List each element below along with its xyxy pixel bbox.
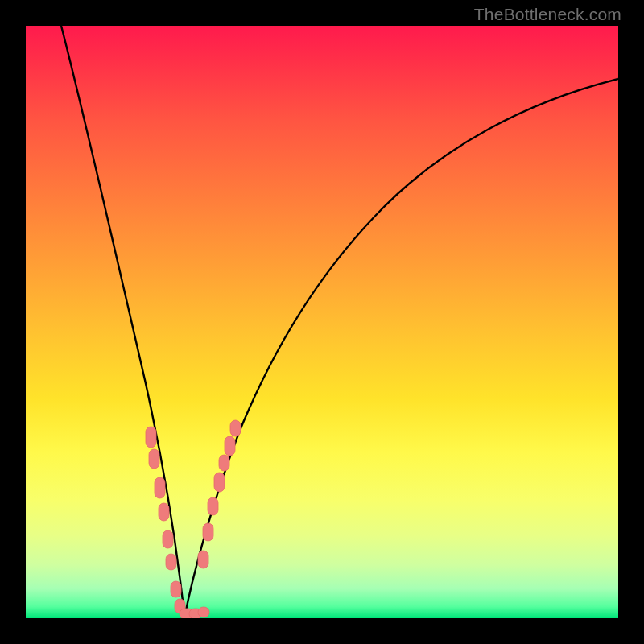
chart-frame: TheBottleneck.com xyxy=(0,0,644,644)
curve-right-branch xyxy=(184,79,618,618)
marker xyxy=(166,554,176,570)
marker xyxy=(203,523,213,541)
marker xyxy=(214,473,225,492)
marker xyxy=(198,551,208,568)
marker xyxy=(149,449,159,469)
curve-left-branch xyxy=(61,26,184,618)
marker xyxy=(219,455,229,471)
marker xyxy=(163,530,173,548)
marker xyxy=(208,497,218,515)
plot-area xyxy=(26,26,618,618)
marker xyxy=(171,581,181,597)
marker xyxy=(146,427,156,448)
watermark-text: TheBottleneck.com xyxy=(474,5,621,24)
chart-svg xyxy=(26,26,618,618)
marker xyxy=(198,607,209,617)
marker xyxy=(159,503,169,521)
marker xyxy=(225,436,235,456)
marker xyxy=(155,477,165,498)
marker xyxy=(230,420,241,436)
